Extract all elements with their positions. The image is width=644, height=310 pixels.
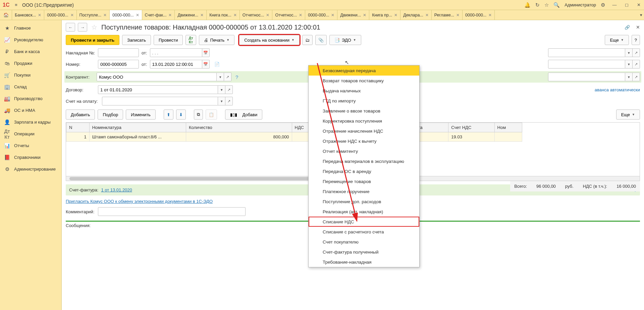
- sidebar-item[interactable]: 📊Отчеты: [0, 140, 61, 151]
- edo-button[interactable]: 📑ЭДО▼: [329, 35, 361, 45]
- invoice-no-input[interactable]: [98, 48, 139, 57]
- close-icon[interactable]: ✕: [266, 13, 269, 17]
- calendar-icon[interactable]: 📅: [202, 60, 210, 69]
- sf-link[interactable]: 1 от 13.01.2020: [101, 187, 132, 192]
- comment-input[interactable]: [98, 207, 246, 216]
- pick-button[interactable]: Подбор: [98, 109, 123, 120]
- bell-icon[interactable]: 🔔: [524, 2, 531, 8]
- dropdown-item[interactable]: Перемещение товаров: [309, 176, 419, 186]
- sidebar-item[interactable]: 📕Справочники: [0, 151, 61, 163]
- close-icon[interactable]: ✕: [136, 13, 139, 17]
- search-icon[interactable]: 🔍: [553, 2, 560, 8]
- sidebar-item[interactable]: 👤Зарплата и кадры: [0, 116, 61, 128]
- settings-icon[interactable]: ⚙: [601, 2, 605, 8]
- close-page-button[interactable]: ✕: [636, 25, 640, 30]
- calendar-icon[interactable]: 📅: [202, 48, 210, 57]
- tab[interactable]: Отчетнос...✕: [272, 10, 305, 20]
- column-header[interactable]: Ном: [494, 123, 522, 132]
- home-button[interactable]: 🏠: [0, 10, 12, 20]
- tab[interactable]: 0000-000...✕: [463, 10, 495, 20]
- invite-edo-link[interactable]: Пригласить Комус ООО к обмену электронны…: [66, 199, 213, 204]
- close-icon[interactable]: ✕: [331, 13, 334, 17]
- tab[interactable]: Движени...✕: [175, 10, 207, 20]
- save-button[interactable]: Записать: [122, 35, 151, 45]
- close-icon[interactable]: ✕: [488, 13, 492, 17]
- close-icon[interactable]: ✕: [38, 13, 41, 17]
- dropdown-item[interactable]: Возврат товаров поставщику: [309, 76, 419, 86]
- attachment-icon[interactable]: 📎: [315, 35, 327, 45]
- payment-invoice-input[interactable]: [102, 97, 218, 105]
- paste-icon[interactable]: 📋: [206, 109, 217, 120]
- close-icon[interactable]: ✕: [363, 13, 366, 17]
- dropdown-item[interactable]: Отражение начисления НДС: [309, 126, 419, 136]
- dropdown-item[interactable]: Отчет комитенту: [309, 146, 419, 156]
- advance-link[interactable]: аванса автоматически: [595, 87, 640, 92]
- tab[interactable]: 0000-000...✕: [44, 10, 76, 20]
- star-icon[interactable]: ☆: [544, 2, 549, 8]
- dropdown-icon[interactable]: ▾: [625, 48, 633, 57]
- open-icon[interactable]: ↗: [633, 73, 640, 81]
- menu-icon[interactable]: ≡: [13, 2, 19, 7]
- dropdown-item[interactable]: Поступление доп. расходов: [309, 196, 419, 207]
- right-field-3[interactable]: [548, 73, 625, 81]
- dropdown-icon[interactable]: ▾: [218, 97, 225, 105]
- add-row-button[interactable]: Добавить: [66, 109, 95, 120]
- dropdown-icon[interactable]: ▾: [217, 73, 224, 81]
- dropdown-item[interactable]: Заявление о ввозе товаров: [309, 106, 419, 116]
- forward-button[interactable]: →: [78, 23, 87, 32]
- close-icon[interactable]: ✕: [299, 13, 302, 17]
- tab[interactable]: Регламе...✕: [432, 10, 463, 20]
- close-icon[interactable]: ✕: [70, 13, 74, 17]
- column-header[interactable]: N: [66, 123, 90, 132]
- sidebar-item[interactable]: 📈Руководителю: [0, 34, 61, 46]
- counterparty-input[interactable]: [97, 73, 217, 81]
- contract-input[interactable]: [98, 85, 218, 94]
- tab[interactable]: Поступле...✕: [77, 10, 110, 20]
- tab[interactable]: Счет-фак...✕: [142, 10, 175, 20]
- link-icon[interactable]: 🔗: [625, 25, 630, 30]
- move-down-icon[interactable]: ⬇: [176, 109, 186, 120]
- create-based-on-button[interactable]: Создать на основании▼: [239, 35, 300, 45]
- right-field-1[interactable]: [548, 48, 625, 57]
- post-button[interactable]: Провести: [154, 35, 183, 45]
- dropdown-item[interactable]: Списание НДС: [309, 217, 419, 227]
- post-and-close-button[interactable]: Провести и закрыть: [66, 35, 119, 45]
- favorite-star-icon[interactable]: ☆: [91, 23, 97, 31]
- related-docs-icon[interactable]: 🗂: [302, 35, 313, 45]
- tab[interactable]: Деклара...✕: [400, 10, 432, 20]
- open-icon[interactable]: ↗: [225, 97, 233, 105]
- sidebar-item[interactable]: 🛍Продажи: [0, 57, 61, 69]
- invoice-date-input[interactable]: [150, 48, 202, 57]
- close-icon[interactable]: ✕: [456, 13, 460, 17]
- sidebar-item[interactable]: 🛒Покупки: [0, 69, 61, 81]
- history-icon[interactable]: ↻: [535, 2, 540, 8]
- column-header[interactable]: Счет НДС: [448, 123, 494, 132]
- user-name[interactable]: Администратор: [565, 2, 596, 7]
- tab[interactable]: Книга пок...✕: [207, 10, 240, 20]
- sidebar-item[interactable]: ₽Банк и касса: [0, 46, 61, 57]
- sidebar-item[interactable]: ⚙Администрирование: [0, 163, 61, 175]
- dropdown-icon[interactable]: ▾: [625, 60, 633, 69]
- close-window-button[interactable]: ✕: [636, 2, 641, 7]
- dropdown-icon[interactable]: ▾: [218, 85, 225, 94]
- tab[interactable]: Книга пр...✕: [369, 10, 400, 20]
- open-icon[interactable]: ↗: [633, 60, 640, 69]
- sidebar-item[interactable]: Дт КтОперации: [0, 128, 61, 140]
- tabs-overflow-button[interactable]: ▾: [638, 10, 644, 20]
- copy-icon[interactable]: ⧉: [194, 109, 203, 120]
- open-icon[interactable]: ↗: [225, 85, 233, 94]
- dropdown-item[interactable]: Корректировка поступления: [309, 116, 419, 126]
- dropdown-item[interactable]: Безвозмездная передача: [309, 65, 419, 76]
- tab[interactable]: 0000-000...✕: [110, 10, 142, 20]
- move-up-icon[interactable]: ⬆: [164, 109, 173, 120]
- dropdown-item[interactable]: Передача ОС в аренду: [309, 166, 419, 176]
- tab[interactable]: Отчетнос...✕: [240, 10, 273, 20]
- close-icon[interactable]: ✕: [103, 13, 107, 17]
- dropdown-item[interactable]: Выдача наличных: [309, 86, 419, 96]
- add-barcode-button[interactable]: ▮▯▮ Добави: [225, 109, 262, 120]
- close-icon[interactable]: ✕: [425, 13, 429, 17]
- help-button[interactable]: ?: [632, 35, 640, 45]
- tab[interactable]: Банковск...✕: [12, 10, 44, 20]
- edit-row-button[interactable]: Изменить: [126, 109, 156, 120]
- table-row[interactable]: 1Штамп самонаборный пласт.8/6 ...800,000…: [66, 132, 522, 142]
